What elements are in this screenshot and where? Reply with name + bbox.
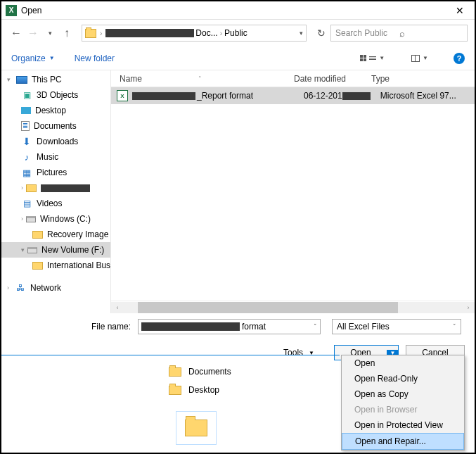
redacted bbox=[342, 92, 371, 100]
scroll-right-icon[interactable]: › bbox=[462, 302, 475, 313]
redacted bbox=[41, 184, 90, 192]
chevron-down-icon: ▼ bbox=[49, 55, 55, 61]
col-type[interactable]: Type bbox=[371, 74, 475, 84]
excel-icon: X bbox=[6, 5, 17, 16]
breadcrumb-seg1[interactable]: Doc... bbox=[195, 28, 217, 38]
cube-icon: ▣ bbox=[21, 89, 32, 101]
search-placeholder: Search Public bbox=[335, 28, 399, 38]
bg-documents[interactable]: Documents bbox=[169, 362, 333, 381]
dd-open-repair[interactable]: Open and Repair... bbox=[342, 433, 464, 450]
filename-input[interactable]: format ˅ bbox=[138, 319, 321, 334]
drive-icon bbox=[27, 247, 37, 253]
dd-open[interactable]: Open bbox=[342, 355, 464, 371]
back-icon[interactable]: ← bbox=[8, 25, 24, 41]
dd-open-copy[interactable]: Open as Copy bbox=[342, 386, 464, 402]
redacted bbox=[132, 92, 195, 100]
help-icon[interactable]: ? bbox=[454, 53, 465, 64]
redacted bbox=[141, 322, 240, 331]
new-folder-button[interactable]: New folder bbox=[75, 53, 115, 63]
sort-asc-icon: ˄ bbox=[198, 75, 202, 82]
sidebar-item-desktop[interactable]: Desktop bbox=[1, 103, 110, 118]
sidebar-item-network[interactable]: › 🖧Network bbox=[1, 280, 110, 296]
sidebar-item-downloads[interactable]: ⬇Downloads bbox=[1, 134, 110, 149]
filetype-filter[interactable]: All Excel Files ˅ bbox=[332, 319, 461, 334]
sidebar-item-3dobjects[interactable]: ▣3D Objects bbox=[1, 87, 110, 103]
pc-icon bbox=[16, 76, 27, 84]
view-grid-button[interactable]: ▼ bbox=[360, 55, 385, 61]
sidebar-item-music[interactable]: ♪Music bbox=[1, 149, 110, 165]
excel-file-icon: X bbox=[117, 90, 128, 101]
video-icon: ▤ bbox=[21, 198, 32, 209]
chevron-right-icon: › bbox=[21, 184, 23, 191]
music-icon: ♪ bbox=[21, 151, 32, 163]
file-name: _Report format bbox=[197, 91, 304, 101]
sidebar-item-drive-f[interactable]: ▾ New Volume (F:) bbox=[1, 242, 110, 258]
folder-icon bbox=[169, 386, 181, 395]
folder-icon bbox=[169, 367, 181, 377]
scroll-thumb[interactable] bbox=[138, 302, 398, 313]
file-date: 06-12-201 bbox=[304, 91, 342, 101]
scroll-left-icon[interactable]: ‹ bbox=[111, 302, 124, 313]
download-icon: ⬇ bbox=[21, 136, 32, 147]
bg-desktop[interactable]: Desktop bbox=[169, 381, 333, 399]
address-bar[interactable]: › Doc... › Public ▾ bbox=[82, 25, 307, 42]
folder-icon bbox=[85, 29, 96, 38]
bg-folder-large[interactable] bbox=[176, 411, 217, 445]
sidebar-item-intl[interactable]: International Bus bbox=[1, 258, 110, 273]
chevron-down-icon[interactable]: ▾ bbox=[300, 30, 303, 37]
recent-dropdown-icon[interactable]: ▾ bbox=[42, 25, 58, 41]
chevron-down-icon: ▾ bbox=[7, 76, 11, 83]
folder-icon bbox=[32, 231, 43, 239]
chevron-down-icon: ˅ bbox=[453, 323, 456, 330]
desktop-icon bbox=[21, 107, 31, 114]
dd-open-browser: Open in Browser bbox=[342, 402, 464, 417]
forward-icon: → bbox=[25, 25, 41, 41]
file-type: Microsoft Excel 97... bbox=[380, 91, 456, 101]
col-date[interactable]: Date modified bbox=[294, 74, 371, 84]
chevron-right-icon: › bbox=[21, 215, 23, 222]
sidebar-item-recovery[interactable]: Recovery Image bbox=[1, 227, 110, 242]
folder-icon bbox=[32, 262, 43, 270]
scrollbar-horizontal[interactable]: ‹ › bbox=[111, 301, 475, 313]
search-icon: ⌕ bbox=[399, 28, 463, 39]
window-title: Open bbox=[21, 6, 449, 15]
sidebar-item-drive-c[interactable]: › Windows (C:) bbox=[1, 211, 110, 227]
breadcrumb-redacted bbox=[105, 29, 194, 37]
preview-pane-button[interactable]: ▼ bbox=[411, 55, 428, 62]
folder-icon bbox=[185, 420, 207, 436]
chevron-down-icon: ▾ bbox=[21, 246, 25, 253]
open-dropdown-menu: Open Open Read-Only Open as Copy Open in… bbox=[341, 355, 465, 450]
document-icon bbox=[21, 121, 30, 131]
file-row[interactable]: X _Report format 06-12-201 Microsoft Exc… bbox=[111, 87, 475, 104]
chevron-down-icon[interactable]: ˅ bbox=[314, 323, 317, 330]
picture-icon: ▦ bbox=[21, 167, 32, 178]
sidebar: ▾ This PC ▣3D Objects Desktop Documents … bbox=[1, 70, 111, 313]
col-name[interactable]: Name bbox=[120, 74, 142, 84]
column-header[interactable]: Name˄ Date modified Type bbox=[111, 70, 475, 87]
sidebar-item-videos[interactable]: ▤Videos bbox=[1, 196, 110, 211]
up-icon[interactable]: ↑ bbox=[59, 25, 75, 41]
chevron-right-icon: › bbox=[220, 30, 222, 37]
organize-button[interactable]: Organize▼ bbox=[11, 53, 55, 63]
drive-icon bbox=[26, 216, 36, 222]
sidebar-item-thispc[interactable]: ▾ This PC bbox=[1, 72, 110, 87]
filename-label: File name: bbox=[91, 322, 131, 332]
chevron-right-icon: › bbox=[7, 284, 9, 291]
sidebar-item-folder-redacted[interactable]: › bbox=[1, 180, 110, 196]
folder-icon bbox=[26, 184, 37, 192]
dd-open-protected[interactable]: Open in Protected View bbox=[342, 417, 464, 433]
network-icon: 🖧 bbox=[15, 282, 26, 294]
search-input[interactable]: Search Public ⌕ bbox=[330, 25, 468, 42]
refresh-icon[interactable]: ↻ bbox=[314, 27, 329, 39]
chevron-right-icon: › bbox=[100, 30, 102, 37]
dd-open-readonly[interactable]: Open Read-Only bbox=[342, 371, 464, 386]
sidebar-item-pictures[interactable]: ▦Pictures bbox=[1, 165, 110, 180]
breadcrumb-seg2[interactable]: Public bbox=[224, 28, 247, 38]
background-explorer: Documents Desktop bbox=[1, 355, 340, 453]
sidebar-item-documents[interactable]: Documents bbox=[1, 118, 110, 134]
close-icon[interactable]: ✕ bbox=[449, 5, 470, 16]
